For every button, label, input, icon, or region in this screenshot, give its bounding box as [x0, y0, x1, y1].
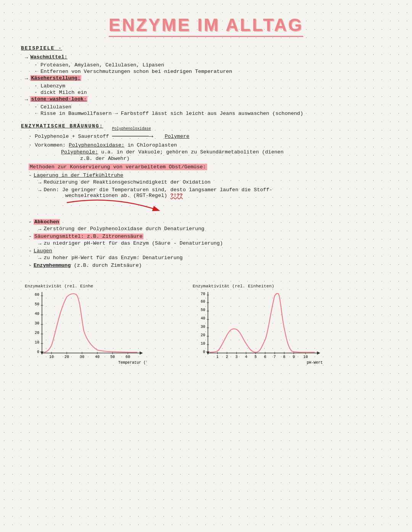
enzymhemmung-label: Enzymhemmung	[34, 263, 71, 268]
reaction-equation: · Polyphenole + Sauerstoff Polyphenoloxi…	[29, 132, 391, 141]
svg-text:40: 40	[201, 316, 205, 321]
sub-lagerung-1: → Reduzierung der Reaktionsgeschwindigke…	[38, 179, 391, 186]
svg-text:70: 70	[201, 292, 205, 296]
svg-text:30: 30	[201, 325, 205, 329]
dash-sauer: - Säuerungsmittel: z.B. Zitronensäure	[29, 234, 391, 239]
svg-text:0: 0	[37, 350, 39, 354]
svg-text:60: 60	[35, 293, 39, 297]
laugen-label: Laugen	[34, 248, 52, 254]
section-beispiele: BEISPIELE · → Waschmittel: Proteasen, Am…	[21, 45, 391, 116]
chart-ph: Enzymaktivität (rel. Einheiten) 0 10 20 …	[193, 284, 338, 368]
enzyme-label: Polyphenoloxidase	[112, 127, 151, 131]
item-waschmittel-label: Waschmittel:	[30, 54, 67, 60]
sub-sauer-text-1: zu niedriger pH-Wert für das Enzym (Säur…	[43, 240, 223, 246]
stone-bullet-2: Risse in Baumwollfasern → Farbstoff läss…	[34, 111, 391, 116]
sub-abkochen-text-1: Zerstörung der Polyphenoloxidase durch D…	[43, 226, 204, 232]
sub-lagerung-text-1: Reduzierung der Reaktionsgeschwindigkeit…	[43, 179, 210, 185]
svg-text:30: 30	[35, 321, 39, 326]
item-kase: → Käseherstellung:	[25, 75, 391, 82]
enzymhemmung-suffix: (z.B. durch Zimtsäure)	[71, 263, 142, 268]
item-stone-label: stone-washed-look·	[30, 96, 87, 102]
title-area: ENZYME IM ALLTAG	[21, 15, 391, 37]
waschmittel-bullet-1: Proteasen, Amylasen, Cellulasen, Lipasen	[34, 62, 391, 68]
svg-text:10: 10	[201, 342, 205, 346]
sub-laugen-text-1: zu hoher pH-Wert für das Enzym: Denaturi…	[43, 255, 183, 261]
sub-arrow-icon-4: →	[38, 241, 41, 247]
svg-text:50: 50	[201, 308, 205, 312]
reaction-right: Polymere	[165, 134, 190, 139]
dash-prefix-3: -	[29, 234, 32, 239]
svg-text:Temperatur (°C): Temperatur (°C)	[118, 361, 147, 364]
reaction-arrow-line: ────────→	[112, 132, 153, 141]
chart-temperature: Enzymaktivität (rel. Einhe 0 10 20 30 40…	[25, 284, 170, 368]
arrow-icon-2: →	[25, 76, 28, 82]
svg-text:4: 4	[245, 355, 247, 359]
lagerung-label: Lagerung in der Tiefkühltruhe	[34, 172, 123, 178]
svg-text:60: 60	[201, 300, 205, 304]
sub-arrow-icon-2: →	[38, 187, 41, 193]
svg-text:6: 6	[264, 355, 266, 359]
polyphenole-line1: Polyphenole: u.a. in der Vakuole; gehöre…	[61, 149, 391, 155]
svg-text:2: 2	[226, 355, 228, 359]
section-braunung: ENZYMATISCHE BRÄUNUNG: · Polyphenole + S…	[21, 123, 391, 268]
svg-text:30: 30	[80, 355, 84, 359]
svg-text:0: 0	[203, 350, 205, 354]
sub-laugen-1: → zu hoher pH-Wert für das Enzym: Denatu…	[38, 255, 391, 261]
dash-prefix-5: -	[29, 263, 32, 268]
arrow-icon-1: →	[25, 55, 28, 61]
svg-text:8: 8	[283, 355, 285, 359]
svg-text:5: 5	[254, 355, 257, 359]
chart2-title: Enzymaktivität (rel. Einheiten)	[193, 284, 338, 289]
sub-lagerung-2: → Denn: Je geringer die Temperaturen sin…	[38, 187, 391, 198]
dash-enzymhemmung: - Enzymhemmung (z.B. durch Zimtsäure)	[29, 263, 391, 268]
stone-bullet-1: Cellulasen	[34, 104, 391, 110]
svg-text:20: 20	[35, 331, 39, 335]
dash-laugen: - Laugen	[29, 248, 391, 254]
svg-text:10: 10	[49, 355, 54, 359]
abkochen-label: Abkochen	[34, 219, 60, 225]
waschmittel-bullet-2: Entfernen von Verschmutzungen schon bei …	[34, 69, 391, 74]
svg-text:40: 40	[35, 312, 39, 316]
reaction-left: · Polyphenole + Sauerstoff	[29, 134, 109, 139]
sub-abkochen-1: → Zerstörung der Polyphenoloxidase durch…	[38, 226, 391, 232]
section-header-beispiele: BEISPIELE ·	[21, 45, 391, 51]
svg-text:pH-Wert: pH-Wert	[307, 361, 323, 364]
dash-lagerung: - Lagerung in der Tiefkühltruhe	[29, 172, 391, 178]
dash-prefix-1: -	[29, 172, 32, 178]
svg-text:10: 10	[35, 340, 39, 345]
item-waschmittel: → Waschmittel:	[25, 54, 391, 61]
chart1-title: Enzymaktivität (rel. Einhe	[25, 284, 170, 289]
svg-text:60: 60	[126, 355, 130, 359]
svg-text:7: 7	[274, 355, 276, 359]
chart1-svg: 0 10 20 30 40 50 60 10 20 30 40 50 60	[25, 290, 147, 364]
svg-text:9: 9	[293, 355, 295, 359]
svg-text:10: 10	[303, 355, 308, 359]
svg-text:1: 1	[216, 355, 219, 359]
polyphenole-line2: z.B. der Abwehr)	[80, 156, 391, 161]
sub-lagerung-text-2: Denn: Je geringer die Temperaturen sind,…	[43, 187, 272, 198]
section-header-braunung: ENZYMATISCHE BRÄUNUNG:	[21, 123, 391, 129]
kase-bullet-1: Labenzym	[34, 83, 391, 89]
dash-prefix-4: -	[29, 248, 32, 254]
svg-text:50: 50	[35, 302, 39, 306]
sub-sauer-1: → zu niedriger pH-Wert für das Enzym (Sä…	[38, 240, 391, 247]
sub-arrow-icon-3: →	[38, 226, 41, 232]
sauer-label: Säuerungsmittel: z.B. Zitronensäure	[34, 234, 143, 239]
methoden-header: Methoden zur Konservierung von verarbeit…	[29, 164, 207, 170]
svg-text:40: 40	[95, 355, 100, 359]
svg-text:50: 50	[110, 355, 115, 359]
svg-text:20: 20	[64, 355, 69, 359]
dash-prefix-2: -	[29, 219, 32, 225]
item-stone: → stone-washed-look·	[25, 96, 391, 103]
svg-text:3: 3	[235, 355, 238, 359]
chart2-svg: 0 10 20 30 40 50 60 70 1 2 3 4 5 6 7 8 9	[193, 290, 326, 364]
red-arrow-decoration	[59, 199, 391, 218]
arrow-icon-3: →	[25, 97, 28, 103]
sub-arrow-icon-1: →	[38, 180, 41, 186]
vorkommen-line: · Vorkommen: Polyphenoloxidase: in Chlor…	[29, 142, 391, 148]
item-kase-label: Käseherstellung:	[30, 75, 81, 81]
dash-abkochen: - Abkochen	[29, 219, 391, 225]
kase-bullet-2: dickt Milch ein	[34, 90, 391, 95]
main-title: ENZYME IM ALLTAG	[109, 15, 303, 37]
charts-area: Enzymaktivität (rel. Einhe 0 10 20 30 40…	[21, 284, 391, 368]
